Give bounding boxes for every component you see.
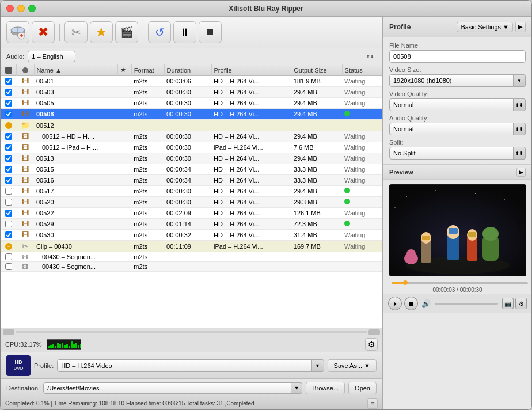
browse-button[interactable]: Browse... <box>306 382 345 394</box>
row-checkbox[interactable] <box>1 98 17 109</box>
table-row[interactable]: 🎞00517m2ts00:00:30HD – H.264 Vi...29.4 M… <box>1 186 382 197</box>
audio-quality-arrow[interactable]: ⬆⬇ <box>513 123 526 135</box>
row-checkbox[interactable] <box>1 197 17 208</box>
file-table-container[interactable]: Name ▲ ★ Format Duration Profile Output … <box>1 64 382 328</box>
row-checkbox[interactable] <box>1 164 17 175</box>
table-row[interactable]: 🎞00503m2ts00:00:30HD – H.264 Vi...29.4 M… <box>1 87 382 98</box>
audio-select[interactable]: 1 – English <box>28 51 75 62</box>
table-row[interactable]: 🎞00512 – HD – H....m2ts00:00:30HD – H.26… <box>1 131 382 142</box>
table-row[interactable]: 🎞00520m2ts00:00:30HD – H.264 Vi...29.3 M… <box>1 197 382 208</box>
maximize-button[interactable] <box>28 5 36 12</box>
table-row[interactable]: 🎞00430 – Segmen...m2ts <box>1 262 382 272</box>
add-file-button[interactable] <box>6 21 29 43</box>
col-header-name[interactable]: Name ▲ <box>34 64 117 76</box>
row-star[interactable] <box>117 262 131 272</box>
row-checkbox[interactable] <box>1 142 17 153</box>
split-arrow[interactable]: ⬆⬇ <box>513 147 526 160</box>
row-checkbox[interactable] <box>1 109 17 120</box>
row-star[interactable] <box>117 76 131 87</box>
row-star[interactable] <box>117 197 131 208</box>
row-star[interactable] <box>117 164 131 175</box>
row-star[interactable] <box>117 87 131 98</box>
table-row[interactable]: 🎞00508m2ts00:00:30HD – H.264 Vi...29.4 M… <box>1 109 382 120</box>
video-size-select[interactable]: 1920x1080 (hd1080) <box>389 74 526 87</box>
horizontal-scrollbar[interactable] <box>1 328 382 336</box>
row-checkbox[interactable] <box>1 252 17 262</box>
profile-select-arrow[interactable]: ▼ <box>311 359 324 372</box>
minimize-button[interactable] <box>17 5 25 12</box>
preview-progress-track[interactable] <box>392 282 528 284</box>
status-end-button[interactable]: ≡ <box>367 398 378 409</box>
split-select[interactable]: No Split <box>389 147 526 160</box>
row-checkbox[interactable] <box>1 131 17 142</box>
cut-button[interactable]: ✂ <box>64 21 88 43</box>
col-header-size[interactable]: Output Size <box>291 64 342 76</box>
table-row[interactable]: –📁00512 <box>1 120 382 131</box>
destination-dropdown-arrow[interactable]: ▼ <box>291 382 302 394</box>
cpu-settings-button[interactable]: ⚙ <box>365 338 378 351</box>
row-star[interactable] <box>117 120 131 131</box>
star-button[interactable]: ★ <box>90 21 113 43</box>
save-as-button[interactable]: Save As... ▼ <box>328 359 377 372</box>
table-row[interactable]: 🎞00522m2ts00:02:09HD – H.264 Vi...126.1 … <box>1 208 382 219</box>
row-star[interactable] <box>117 98 131 109</box>
open-button[interactable]: Open <box>348 382 377 394</box>
table-row[interactable]: 🎞00513m2ts00:00:30HD – H.264 Vi...29.4 M… <box>1 153 382 164</box>
table-row[interactable]: 🎞00512 – iPad – H....m2ts00:00:30iPad – … <box>1 142 382 153</box>
row-star[interactable] <box>117 230 131 241</box>
table-row[interactable]: 🎞00530m2ts00:00:32HD – H.264 Vi...31.4 M… <box>1 230 382 241</box>
expand-button[interactable]: ▶ <box>515 22 526 32</box>
playback-stop-button[interactable]: ⏹ <box>404 297 418 310</box>
row-checkbox[interactable] <box>1 219 17 230</box>
table-row[interactable]: –✂Clip – 00430m2ts00:11:09iPad – H.264 V… <box>1 241 382 252</box>
destination-input[interactable] <box>43 382 302 394</box>
row-checkbox[interactable] <box>1 175 17 186</box>
row-checkbox[interactable] <box>1 208 17 219</box>
screenshot-button[interactable]: 📷 <box>502 298 514 309</box>
row-checkbox[interactable] <box>1 153 17 164</box>
row-star[interactable] <box>117 208 131 219</box>
volume-slider[interactable] <box>435 303 498 305</box>
remove-button[interactable]: ✖ <box>32 21 55 43</box>
col-header-format[interactable]: Format <box>131 64 164 76</box>
table-row[interactable]: 🎞00516m2ts00:00:34HD – H.264 Vi...33.3 M… <box>1 175 382 186</box>
row-checkbox[interactable] <box>1 76 17 87</box>
row-checkbox[interactable] <box>1 262 17 272</box>
row-checkbox[interactable]: – <box>1 241 17 252</box>
row-star[interactable] <box>117 131 131 142</box>
video-quality-arrow[interactable]: ⬆⬇ <box>513 98 526 111</box>
table-row[interactable]: 🎞00505m2ts00:00:30HD – H.264 Vi...29.4 M… <box>1 98 382 109</box>
row-star[interactable] <box>117 186 131 197</box>
row-star[interactable] <box>117 142 131 153</box>
row-star[interactable] <box>117 175 131 186</box>
row-star[interactable] <box>117 241 131 252</box>
row-star[interactable] <box>117 153 131 164</box>
stop-button[interactable]: ⏹ <box>199 21 222 43</box>
audio-quality-select[interactable]: Normal <box>389 123 526 135</box>
row-checkbox[interactable]: – <box>1 120 17 131</box>
col-header-duration[interactable]: Duration <box>164 64 211 76</box>
profile-select[interactable]: HD – H.264 Video <box>57 359 324 372</box>
effects-button[interactable]: 🎬 <box>115 21 138 43</box>
row-checkbox[interactable] <box>1 186 17 197</box>
video-size-arrow[interactable]: ▼ <box>513 74 526 87</box>
table-row[interactable]: 🎞00430 – Segmen...m2ts <box>1 252 382 262</box>
play-button[interactable]: ⏵ <box>388 297 402 310</box>
progress-thumb[interactable] <box>403 280 408 285</box>
table-row[interactable]: 🎞00529m2ts00:01:14HD – H.264 Vi...72.3 M… <box>1 219 382 230</box>
row-checkbox[interactable] <box>1 87 17 98</box>
video-quality-select[interactable]: Normal <box>389 98 526 111</box>
preview-settings-button[interactable]: ⚙ <box>515 298 527 309</box>
row-star[interactable] <box>117 219 131 230</box>
row-star[interactable] <box>117 109 131 120</box>
basic-settings-button[interactable]: Basic Settings ▼ <box>457 22 513 32</box>
close-button[interactable] <box>6 5 14 12</box>
file-name-input[interactable] <box>389 50 526 63</box>
row-checkbox[interactable] <box>1 230 17 241</box>
table-row[interactable]: 🎞00515m2ts00:00:34HD – H.264 Vi...33.3 M… <box>1 164 382 175</box>
preview-expand-button[interactable]: ▶ <box>516 168 526 177</box>
convert-button[interactable]: ↺ <box>148 21 171 43</box>
table-row[interactable]: 🎞00501m2ts00:03:06HD – H.264 Vi...181.9 … <box>1 76 382 87</box>
col-header-profile[interactable]: Profile <box>211 64 291 76</box>
col-header-status[interactable]: Status <box>342 64 382 76</box>
